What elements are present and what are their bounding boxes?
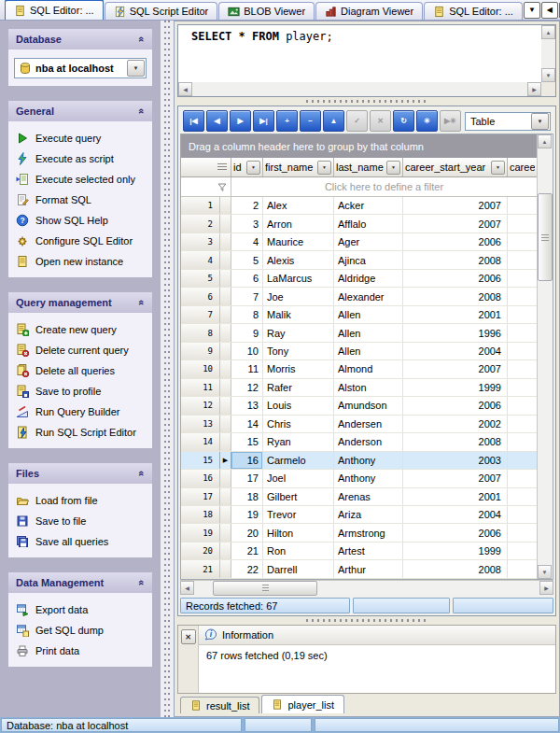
grid-corner-cell[interactable] [181,158,231,176]
section-header[interactable]: Files« [8,463,152,484]
cell-id[interactable]: 11 [231,360,263,377]
cell-last_name[interactable]: Ariza [334,506,403,523]
grid-vscroll-thumb[interactable] [538,193,553,281]
cell-id[interactable]: 3 [231,215,263,232]
table-row[interactable]: 45AlexisAjinca2008 [181,251,537,269]
chevron-down-icon[interactable]: ▼ [317,161,331,175]
cell-career_start_year[interactable]: 2006 [403,524,508,541]
group-by-band[interactable]: Drag a column header here to group by th… [181,134,537,158]
result-info-splitter[interactable] [177,616,556,625]
cell-career-partial[interactable] [508,543,537,559]
scroll-tabs-left-button[interactable]: ◀ [541,2,558,19]
tab-diagram-viewer[interactable]: Diagram Viewer [315,2,423,20]
cell-first_name[interactable]: Chris [263,416,334,432]
first-record-button[interactable]: |◀ [183,110,204,132]
row-number-cell[interactable]: 18 [181,506,220,523]
cell-career_start_year[interactable]: 2004 [403,506,508,523]
cell-career-partial[interactable] [508,306,537,323]
last-record-button[interactable]: ▶| [253,110,274,132]
table-row[interactable]: 1415RyanAnderson2008 [181,433,537,451]
cell-career_start_year[interactable]: 1996 [403,324,508,341]
section-header[interactable]: Data Management« [8,572,152,593]
cell-career_start_year[interactable]: 2001 [403,488,508,505]
filter-hint[interactable]: Click here to define a filter [231,177,537,196]
section-header[interactable]: Database« [8,29,152,49]
cell-career-partial[interactable] [508,288,537,304]
scroll-up-icon[interactable]: ▲ [541,25,555,39]
cell-first_name[interactable]: Joe [263,288,334,304]
sidebar-item-save-to-profile[interactable]: Save to profile [12,381,148,402]
sidebar-item-execute-query[interactable]: Execute query [12,128,148,148]
row-number-cell[interactable]: 5 [181,270,220,287]
cell-first_name[interactable]: Alexis [263,251,334,268]
chevron-down-icon[interactable]: ▼ [246,161,260,175]
cell-last_name[interactable]: Allen [334,306,403,323]
cell-last_name[interactable]: Arthur [334,560,403,577]
sidebar-item-execute-as-script[interactable]: Execute as script [12,148,148,169]
sidebar-item-delete-current-query[interactable]: Delete current query [12,340,148,360]
editor-hscroll-track[interactable] [192,82,527,96]
cell-career-partial[interactable] [508,215,537,232]
table-row[interactable]: 12AlexAcker2007 [181,197,537,215]
cell-last_name[interactable]: Andersen [334,416,403,432]
cell-career_start_year[interactable]: 2006 [403,270,508,287]
cell-career_start_year[interactable]: 2008 [403,251,508,268]
sidebar-item-execute-selected-only[interactable]: Execute selected only [12,169,148,190]
row-number-cell[interactable]: 21 [181,560,220,577]
sidebar-splitter[interactable] [161,21,174,717]
cell-last_name[interactable]: Armstrong [334,524,403,541]
cell-last_name[interactable]: Artest [334,543,403,559]
cell-first_name[interactable]: Ron [263,543,334,559]
cell-career_start_year[interactable]: 2002 [403,416,508,432]
tab-list-button[interactable]: ▼ [524,2,540,19]
scroll-left-icon[interactable]: ◀ [180,581,194,595]
cell-first_name[interactable]: Ray [263,324,334,341]
grid-hscroll-track[interactable] [194,581,539,596]
row-number-cell[interactable]: 4 [181,251,220,268]
tab-sql-editor-[interactable]: SQL Editor: ... [424,2,523,20]
scroll-up-icon[interactable]: ▲ [538,134,552,148]
scroll-down-icon[interactable]: ▼ [538,565,552,579]
query-tab-result_list[interactable]: result_list [180,697,259,713]
row-number-cell[interactable]: 1 [181,197,220,214]
cell-first_name[interactable]: Maurice [263,233,334,250]
cell-career-partial[interactable] [508,433,537,450]
cell-career_start_year[interactable]: 2008 [403,433,508,450]
collapse-chevron-icon[interactable]: « [136,108,147,114]
cell-last_name[interactable]: Ajinca [334,251,403,268]
cell-id[interactable]: 2 [231,197,263,214]
cell-id[interactable]: 10 [231,343,263,359]
cell-id[interactable]: 7 [231,288,263,304]
grid-vscroll-track[interactable] [538,148,553,565]
sidebar-item-run-query-builder[interactable]: Run Query Builder [12,402,148,422]
editor-hscrollbar[interactable]: ◀ ▶ [178,82,541,96]
row-number-cell[interactable]: 3 [181,233,220,250]
cell-career-partial[interactable] [508,470,537,486]
table-row[interactable]: 1718GilbertArenas2001 [181,488,537,506]
row-number-cell[interactable]: 8 [181,324,220,341]
cell-first_name[interactable]: Rafer [263,379,334,396]
editor-result-splitter[interactable] [177,97,556,106]
cell-first_name[interactable]: Louis [263,397,334,414]
cell-first_name[interactable]: Gilbert [263,488,334,505]
cell-first_name[interactable]: Joel [263,470,334,486]
cell-last_name[interactable]: Aldridge [334,270,403,287]
cell-id[interactable]: 21 [231,543,263,559]
cell-id[interactable]: 14 [231,416,263,432]
tab-sql-script-editor[interactable]: SQL Script Editor [105,2,218,20]
table-row[interactable]: 1213LouisAmundson2006 [181,397,537,415]
cell-id[interactable]: 15 [231,433,263,450]
column-header-career_start_year[interactable]: career_start_year▼ [403,158,508,176]
cell-career-partial[interactable] [508,524,537,541]
grid-menu-icon[interactable] [217,163,227,172]
cell-career_start_year[interactable]: 2006 [403,233,508,250]
cell-career-partial[interactable] [508,324,537,341]
chevron-down-icon[interactable]: ▼ [386,161,400,175]
sidebar-item-configure-sql-editor[interactable]: Configure SQL Editor [12,231,148,251]
section-header[interactable]: Query management« [8,292,152,313]
filter-cell[interactable] [181,177,231,196]
table-row[interactable]: 1112RaferAlston1999 [181,379,537,397]
collapse-chevron-icon[interactable]: « [136,300,147,305]
prior-record-button[interactable]: ◀ [206,110,228,132]
row-number-cell[interactable]: 13 [181,416,220,432]
